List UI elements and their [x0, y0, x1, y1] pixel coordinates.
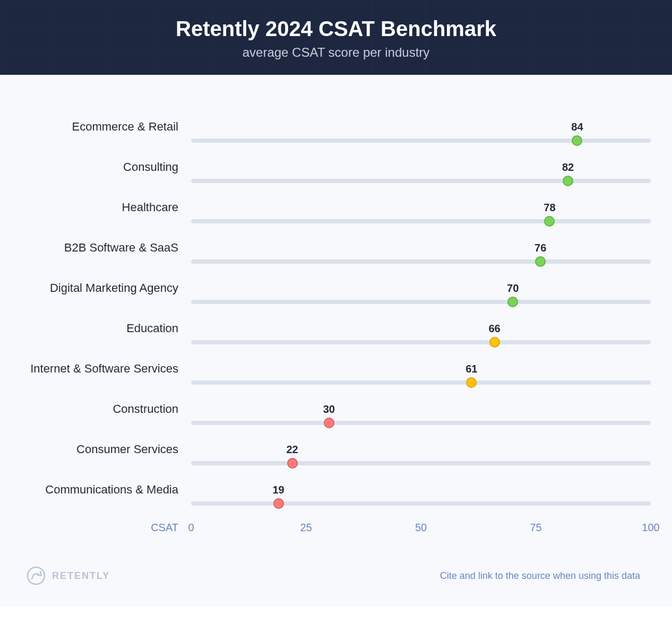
- x-axis-tick: 25: [300, 522, 312, 534]
- row-track: 66: [191, 308, 651, 349]
- data-point: [544, 216, 555, 227]
- row-track: 82: [191, 147, 651, 187]
- data-point: [273, 498, 284, 509]
- chart-subtitle: average CSAT score per industry: [0, 45, 672, 60]
- chart-row: Ecommerce & Retail84: [21, 107, 651, 147]
- chart-row: Healthcare78: [21, 187, 651, 228]
- data-point: [466, 377, 477, 388]
- row-track: 70: [191, 268, 651, 308]
- data-value: 19: [272, 484, 284, 496]
- x-axis-tick: 100: [642, 522, 659, 534]
- row-track: 30: [191, 389, 651, 429]
- data-point: [507, 297, 518, 307]
- chart-rows: Ecommerce & Retail84Consulting82Healthca…: [21, 107, 651, 510]
- category-label: Communications & Media: [21, 483, 191, 497]
- chart-row: Education66: [21, 308, 651, 349]
- chart-title: Retently 2024 CSAT Benchmark: [0, 17, 672, 41]
- chart-row: Digital Marketing Agency70: [21, 268, 651, 308]
- data-value: 78: [544, 202, 555, 214]
- x-axis-label: CSAT: [151, 522, 178, 533]
- chart-row: Communications & Media19: [21, 470, 651, 510]
- data-point: [563, 176, 573, 186]
- data-value: 76: [535, 242, 546, 254]
- x-axis-tick: 0: [188, 522, 194, 534]
- x-axis: CSAT 0255075100: [21, 522, 651, 534]
- citation-note: Cite and link to the source when using t…: [440, 570, 640, 582]
- category-label: Education: [21, 322, 191, 335]
- chart-row: Internet & Software Services61: [21, 349, 651, 389]
- data-value: 30: [323, 403, 335, 415]
- data-value: 66: [488, 323, 500, 335]
- x-axis-ticks: 0255075100: [191, 522, 651, 534]
- svg-point-0: [28, 567, 45, 584]
- x-axis-tick: 75: [530, 522, 541, 534]
- data-value: 70: [507, 282, 519, 294]
- brand: RETENTLY: [27, 566, 110, 585]
- row-track: 78: [191, 187, 651, 228]
- data-point: [324, 418, 334, 428]
- category-label: B2B Software & SaaS: [21, 241, 191, 255]
- category-label: Internet & Software Services: [21, 362, 191, 376]
- svg-point-1: [37, 574, 39, 576]
- category-label: Consumer Services: [21, 443, 191, 456]
- x-axis-tick: 50: [415, 522, 427, 534]
- chart-area: Ecommerce & Retail84Consulting82Healthca…: [0, 75, 672, 545]
- data-point: [535, 256, 546, 267]
- retently-logo-icon: [27, 566, 46, 585]
- data-point: [572, 135, 582, 146]
- chart-row: Construction30: [21, 389, 651, 429]
- data-value: 84: [571, 121, 583, 133]
- chart-row: Consumer Services22: [21, 429, 651, 470]
- category-label: Digital Marketing Agency: [21, 281, 191, 295]
- row-track: 76: [191, 228, 651, 268]
- chart-header: Retently 2024 CSAT Benchmark average CSA…: [0, 0, 672, 75]
- data-point: [287, 458, 298, 469]
- data-value: 82: [562, 161, 574, 174]
- chart-row: Consulting82: [21, 147, 651, 187]
- data-point: [489, 337, 500, 348]
- row-track: 84: [191, 107, 651, 147]
- brand-name: RETENTLY: [52, 570, 110, 582]
- category-label: Ecommerce & Retail: [21, 120, 191, 134]
- row-track: 61: [191, 349, 651, 389]
- category-label: Healthcare: [21, 201, 191, 214]
- chart-row: B2B Software & SaaS76: [21, 228, 651, 268]
- category-label: Consulting: [21, 160, 191, 174]
- category-label: Construction: [21, 402, 191, 416]
- chart-footer: RETENTLY Cite and link to the source whe…: [0, 545, 672, 606]
- data-value: 22: [286, 444, 298, 456]
- row-track: 22: [191, 429, 651, 470]
- data-value: 61: [466, 363, 477, 375]
- row-track: 19: [191, 470, 651, 510]
